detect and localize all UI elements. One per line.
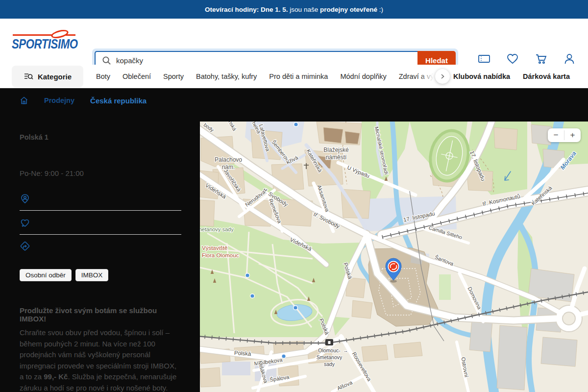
site-header: SPORTISIMO Hledat %	[0, 19, 588, 65]
badge-imbox: IMBOX	[75, 269, 109, 281]
divider	[20, 234, 181, 235]
nav-links: Boty Oblečení Sporty Batohy, tašky, kufr…	[96, 65, 436, 88]
cart-icon[interactable]	[534, 52, 548, 66]
svg-text:Alšova: Alšova	[336, 379, 354, 392]
svg-text:Olomouc-: Olomouc-	[318, 347, 341, 353]
categories-menu-icon	[24, 72, 33, 81]
announcement-banner: Otevírací hodiny: Dne 1. 5. jsou naše pr…	[0, 0, 588, 19]
svg-text:náměstí: náměstí	[326, 154, 347, 161]
svg-text:nská: nská	[227, 122, 238, 132]
svg-text:Výstaviště: Výstaviště	[202, 245, 227, 251]
nav-item-boty[interactable]: Boty	[96, 73, 110, 80]
nav-item-obleceni[interactable]: Oblečení	[122, 73, 151, 80]
banner-text-2: :)	[377, 6, 383, 13]
zoom-in-button[interactable]: +	[564, 128, 581, 142]
store-locator-icon[interactable]	[20, 194, 30, 206]
nav-item-klubova[interactable]: Klubová nabídka	[453, 73, 510, 80]
imbox-paragraph: Chraňte svou obuv před vodou, špínou i s…	[20, 327, 182, 392]
search-icon	[102, 56, 111, 65]
nav-links-right: Klubová nabídka Dárková karta	[453, 65, 570, 88]
categories-button[interactable]: Kategorie	[12, 66, 83, 87]
nav-item-darkova[interactable]: Dárková karta	[523, 73, 570, 80]
svg-text:Polská: Polská	[234, 350, 252, 357]
svg-text:→: →	[343, 347, 348, 353]
imbox-heading: Prodlužte život svým botám se službou IM…	[20, 306, 182, 323]
nav-item-sporty[interactable]: Sporty	[163, 73, 184, 80]
store-badges: Osobní odběr IMBOX	[20, 269, 108, 281]
store-hours: Po-Ne: 9:00 - 21:00	[20, 169, 84, 177]
banner-text: jsou naše	[288, 6, 320, 13]
svg-text:%: %	[483, 56, 488, 62]
zoom-out-button[interactable]: −	[548, 128, 564, 142]
logo-text: SPORTISIMO	[12, 37, 78, 52]
svg-text:Palachovo: Palachovo	[215, 156, 242, 163]
main-nav: Kategorie Boty Oblečení Sporty Batohy, t…	[0, 65, 588, 88]
map-zoom-controls: − +	[548, 128, 581, 142]
directions-icon[interactable]	[20, 242, 30, 254]
categories-label: Kategorie	[38, 73, 72, 81]
store-map[interactable]: tř. Svobody tř. Svobody Vídeňská Vídeňsk…	[200, 122, 588, 392]
nav-item-deti[interactable]: Pro děti a miminka	[269, 73, 328, 80]
sportisimo-logo[interactable]: SPORTISIMO	[12, 32, 77, 52]
svg-text:Smetanovy: Smetanovy	[317, 354, 343, 360]
badge-osobni-odber: Osobní odběr	[20, 269, 72, 281]
search-input[interactable]	[116, 56, 417, 65]
nav-item-doplnky[interactable]: Módní doplňky	[340, 73, 386, 80]
page-content: Prodejny Česká republika Polská 1 Po-Ne:…	[0, 88, 588, 392]
imbox-price: 99,- Kč	[44, 372, 68, 381]
svg-text:Blažejské: Blažejské	[323, 147, 349, 153]
store-name: Polská 1	[20, 133, 49, 141]
svg-text:Flora Olomouc: Flora Olomouc	[202, 252, 239, 258]
nav-scroll-right-button[interactable]	[435, 69, 450, 84]
divider	[20, 210, 181, 211]
nav-item-zdravi[interactable]: Zdraví a výži	[399, 73, 436, 80]
svg-text:Smetanovy sady: Smetanovy sady	[200, 226, 234, 232]
wishlist-heart-icon[interactable]	[506, 52, 519, 66]
favorite-store-icon[interactable]	[20, 218, 30, 230]
chevron-right-icon	[440, 74, 445, 79]
banner-bold-text-2: prodejny otevřené	[320, 6, 377, 13]
map-canvas[interactable]: tř. Svobody tř. Svobody Vídeňská Vídeňsk…	[200, 122, 588, 392]
svg-text:sady: sady	[324, 361, 335, 367]
header-icons: %	[477, 52, 576, 66]
account-icon[interactable]	[563, 52, 576, 66]
store-detail-panel: Polská 1 Po-Ne: 9:00 - 21:00 Osobní odbě…	[20, 88, 182, 392]
train-station-icon	[325, 339, 333, 345]
nav-item-batohy[interactable]: Batohy, tašky, kufry	[196, 73, 257, 80]
banner-bold-text: Otevírací hodiny: Dne 1. 5.	[205, 6, 288, 13]
discount-voucher-icon[interactable]: %	[477, 52, 491, 66]
